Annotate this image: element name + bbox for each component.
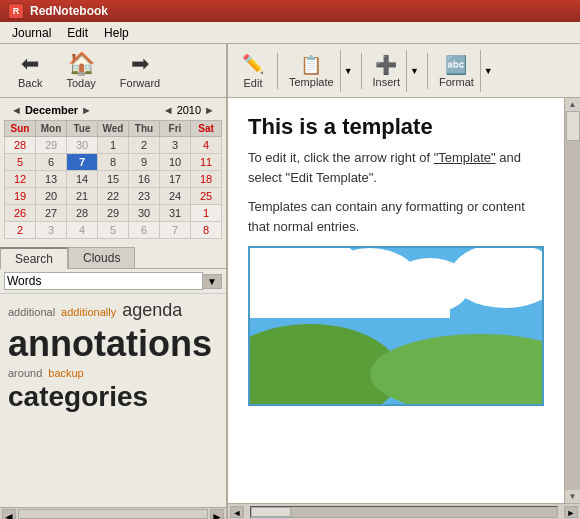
cal-prev-month[interactable]: ◄ (8, 104, 25, 116)
cal-header-thu: Thu (129, 121, 160, 137)
calendar-grid: Sun Mon Tue Wed Thu Fri Sat 282930123456… (4, 120, 222, 239)
today-button[interactable]: 🏠 Today (56, 49, 105, 93)
content-para1: To edit it, click the arrow right of "Te… (248, 148, 544, 187)
wc-additional[interactable]: additional (8, 306, 55, 318)
tab-search[interactable]: Search (0, 247, 68, 269)
cal-day[interactable]: 3 (36, 222, 67, 239)
menu-edit[interactable]: Edit (59, 24, 96, 42)
cal-day[interactable]: 23 (129, 188, 160, 205)
search-clouds-tabs: Search Clouds (0, 247, 226, 269)
hscroll-right[interactable]: ► (210, 509, 224, 519)
cal-day[interactable]: 5 (98, 222, 129, 239)
words-select[interactable]: Words Tags Categories (4, 272, 203, 290)
cal-next-month[interactable]: ► (78, 104, 95, 116)
hscroll-left[interactable]: ◄ (2, 509, 16, 519)
cal-day[interactable]: 26 (5, 205, 36, 222)
cal-day[interactable]: 28 (5, 137, 36, 154)
cal-day[interactable]: 29 (36, 137, 67, 154)
vscroll-down[interactable]: ▼ (567, 490, 579, 503)
cal-prev-year[interactable]: ◄ (160, 104, 177, 116)
back-button[interactable]: ⬅ Back (8, 49, 52, 93)
cal-day[interactable]: 6 (36, 154, 67, 171)
cal-day[interactable]: 22 (98, 188, 129, 205)
wc-line-4: categories (8, 381, 218, 413)
forward-button[interactable]: ➡ Forward (110, 49, 170, 93)
tab-clouds[interactable]: Clouds (68, 247, 135, 268)
cal-day[interactable]: 24 (160, 188, 191, 205)
cal-day[interactable]: 1 (98, 137, 129, 154)
cal-day[interactable]: 9 (129, 154, 160, 171)
wc-categories[interactable]: categories (8, 381, 148, 413)
cal-day[interactable]: 29 (98, 205, 129, 222)
cal-day[interactable]: 20 (36, 188, 67, 205)
left-panel: ⬅ Back 🏠 Today ➡ Forward ◄ December ► ◄ … (0, 44, 228, 519)
cal-day[interactable]: 1 (191, 205, 222, 222)
vscroll-up[interactable]: ▲ (567, 98, 579, 111)
template-button[interactable]: 📋 Template (283, 50, 340, 92)
hscroll2-left[interactable]: ◄ (230, 506, 244, 518)
cal-day[interactable]: 2 (5, 222, 36, 239)
cal-day[interactable]: 5 (5, 154, 36, 171)
format-label: Format (439, 76, 474, 88)
words-select-arrow[interactable]: ▼ (203, 274, 222, 289)
right-toolbar: ✏️ Edit 📋 Template ▼ ➕ Insert ▼ (228, 44, 580, 98)
insert-dropdown-arrow[interactable]: ▼ (406, 50, 422, 92)
wc-line-3: around backup (8, 367, 218, 379)
content-title: This is a template (248, 114, 544, 140)
cal-day[interactable]: 18 (191, 171, 222, 188)
cal-next-year[interactable]: ► (201, 104, 218, 116)
nav-toolbar: ⬅ Back 🏠 Today ➡ Forward (0, 44, 226, 98)
wc-annotations[interactable]: annotations (8, 323, 212, 365)
cal-day[interactable]: 16 (129, 171, 160, 188)
edit-button[interactable]: ✏️ Edit (234, 49, 272, 93)
toolbar-sep-2 (361, 53, 362, 89)
forward-label: Forward (120, 77, 160, 89)
cal-day[interactable]: 8 (191, 222, 222, 239)
format-dropdown-arrow[interactable]: ▼ (480, 50, 496, 92)
cal-day[interactable]: 14 (67, 171, 98, 188)
vscroll-track[interactable] (565, 111, 580, 490)
cal-day[interactable]: 12 (5, 171, 36, 188)
cal-day[interactable]: 11 (191, 154, 222, 171)
cal-day[interactable]: 15 (98, 171, 129, 188)
cal-day[interactable]: 19 (5, 188, 36, 205)
cal-day[interactable]: 31 (160, 205, 191, 222)
format-button[interactable]: 🔤 Format (433, 50, 480, 92)
menu-journal[interactable]: Journal (4, 24, 59, 42)
vscroll-thumb[interactable] (566, 111, 580, 141)
wc-around[interactable]: around (8, 367, 42, 379)
hscroll2-right[interactable]: ► (564, 506, 578, 518)
right-panel: ✏️ Edit 📋 Template ▼ ➕ Insert ▼ (228, 44, 580, 519)
cal-day[interactable]: 4 (191, 137, 222, 154)
cal-day[interactable]: 17 (160, 171, 191, 188)
cal-day[interactable]: 25 (191, 188, 222, 205)
insert-button[interactable]: ➕ Insert (367, 50, 407, 92)
cal-month-title: December (25, 104, 78, 116)
cal-day[interactable]: 27 (36, 205, 67, 222)
cal-day[interactable]: 21 (67, 188, 98, 205)
cal-day[interactable]: 6 (129, 222, 160, 239)
hscroll2-track[interactable] (250, 506, 558, 518)
cal-day[interactable]: 7 (160, 222, 191, 239)
menu-help[interactable]: Help (96, 24, 137, 42)
cal-day[interactable]: 10 (160, 154, 191, 171)
cal-day[interactable]: 28 (67, 205, 98, 222)
content-area: This is a template To edit it, click the… (228, 98, 564, 503)
cal-day[interactable]: 3 (160, 137, 191, 154)
hscroll2-thumb[interactable] (251, 507, 291, 517)
wc-additionally[interactable]: additionally (61, 306, 116, 318)
cal-day[interactable]: 4 (67, 222, 98, 239)
cal-day[interactable]: 7 (67, 154, 98, 171)
cal-day[interactable]: 13 (36, 171, 67, 188)
template-dropdown-arrow[interactable]: ▼ (340, 50, 356, 92)
cloud-base (250, 278, 450, 318)
cal-day[interactable]: 30 (129, 205, 160, 222)
hscroll-track[interactable] (18, 509, 208, 519)
wc-backup[interactable]: backup (48, 367, 83, 379)
right-vscroll[interactable]: ▲ ▼ (564, 98, 580, 503)
cal-day[interactable]: 8 (98, 154, 129, 171)
wc-agenda[interactable]: agenda (122, 300, 182, 321)
cal-day[interactable]: 2 (129, 137, 160, 154)
cal-day[interactable]: 30 (67, 137, 98, 154)
left-hscroll[interactable]: ◄ ► (0, 507, 226, 519)
